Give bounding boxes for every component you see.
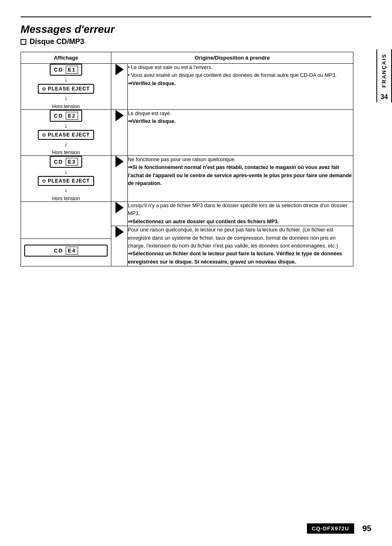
table-row: CD E3 ↓ ⊙ PLEASE EJECT ↓ Hors tension bbox=[21, 156, 353, 202]
desc-e2-action: ⇒Vérifiez le disque. bbox=[128, 118, 176, 124]
display-col-e2: CD E2 ↓ ⊙ PLEASE EJECT ↓ Hors tension bbox=[21, 110, 111, 156]
table-row: CD E4 Lorsqu'il n'y a pas de fichier MP3… bbox=[21, 202, 353, 226]
model-number: CQ-DFX972U bbox=[307, 523, 354, 534]
arrow-col-e1 bbox=[111, 64, 128, 110]
desc-e3-action: ⇒Si le fonctionnement normal n'est pas r… bbox=[128, 164, 352, 186]
display-col-e1: CD E1 ↓ ⊙ PLEASE EJECT ↓ Hors tension bbox=[21, 64, 111, 110]
display-unit-e3: CD E3 ↓ ⊙ PLEASE EJECT ↓ Hors tension bbox=[38, 156, 94, 201]
arrow-col-e4b bbox=[111, 226, 128, 266]
down-arrow: ↓ bbox=[65, 76, 68, 83]
arrow-col-e3 bbox=[111, 156, 128, 202]
cd-icon: ⊙ bbox=[42, 86, 46, 92]
please-eject-label: PLEASE EJECT bbox=[48, 86, 90, 92]
arrow-col-e2 bbox=[111, 110, 128, 156]
arrow-col-e4a bbox=[111, 202, 128, 226]
desc-e1-action: ⇒Vérifiez le disque. bbox=[128, 81, 176, 86]
down-arrow: ↓ bbox=[65, 169, 68, 175]
display-unit-e1: CD E1 ↓ ⊙ PLEASE EJECT ↓ Hors tension bbox=[38, 64, 94, 109]
arrow-triangle-e4a bbox=[115, 202, 124, 213]
please-eject-e2: ⊙ PLEASE EJECT bbox=[38, 130, 94, 140]
down-arrow: ↓ bbox=[65, 123, 68, 129]
cd-label: CD bbox=[54, 67, 63, 73]
please-eject-e1: ⊙ PLEASE EJECT bbox=[38, 84, 94, 94]
error-code-e4: E4 bbox=[66, 247, 78, 254]
please-eject-e3: ⊙ PLEASE EJECT bbox=[38, 176, 94, 186]
display-col-e3: CD E3 ↓ ⊙ PLEASE EJECT ↓ Hors tension bbox=[21, 156, 111, 202]
please-eject-label: PLEASE EJECT bbox=[48, 178, 90, 184]
hors-tension-e1: Hors tension bbox=[52, 104, 80, 109]
cd-label: CD bbox=[54, 248, 63, 254]
error-code-e1: E1 bbox=[66, 66, 78, 74]
page: Messages d'erreur Disque CD/MP3 Affichag… bbox=[0, 0, 392, 546]
top-line bbox=[21, 16, 371, 17]
display-unit-e2: CD E2 ↓ ⊙ PLEASE EJECT ↓ Hors tension bbox=[38, 110, 94, 155]
desc-col-e4a: Lorsqu'il n'y a pas de fichier MP3 dans … bbox=[128, 202, 353, 226]
desc-e4a-action: ⇒Sélectionnez un autre dossier qui conti… bbox=[128, 219, 279, 224]
arrow-triangle-e1 bbox=[115, 64, 124, 75]
down-arrow2: ↓ bbox=[65, 141, 68, 147]
right-sidebar: FRANÇAIS 34 bbox=[376, 49, 392, 102]
desc-e1-line2: • Vous avez inséré un disque qui contien… bbox=[128, 72, 337, 78]
please-eject-label: PLEASE EJECT bbox=[48, 132, 90, 138]
down-arrow2: ↓ bbox=[65, 95, 68, 101]
cd-label: CD bbox=[54, 113, 63, 119]
table-row: CD E1 ↓ ⊙ PLEASE EJECT ↓ Hors tension bbox=[21, 64, 353, 110]
screen-e1: CD E1 bbox=[50, 64, 82, 76]
section-title: Disque CD/MP3 bbox=[21, 37, 371, 46]
page-title: Messages d'erreur bbox=[21, 23, 371, 36]
error-code-e3: E3 bbox=[66, 158, 78, 166]
sidebar-text: FRANÇAIS bbox=[381, 51, 387, 90]
cd-label: CD bbox=[54, 159, 63, 165]
display-col-e4: CD E4 bbox=[21, 202, 111, 266]
section-subtitle: Disque CD/MP3 bbox=[30, 37, 84, 46]
table-row: CD E2 ↓ ⊙ PLEASE EJECT ↓ Hors tension bbox=[21, 110, 353, 156]
checkbox-icon bbox=[21, 39, 26, 45]
down-arrow2: ↓ bbox=[65, 187, 68, 193]
screen-e2: CD E2 bbox=[50, 110, 82, 122]
desc-col-e4b: Pour une raison quelconque, le lecteur n… bbox=[128, 226, 353, 266]
cd-icon: ⊙ bbox=[42, 132, 46, 138]
arrow-triangle-e3 bbox=[115, 156, 124, 167]
desc-e1-line1: • Le disque est sale ou est à l'envers. bbox=[128, 65, 212, 70]
screen-e4: CD E4 bbox=[24, 245, 108, 257]
e4-top-left bbox=[21, 206, 111, 239]
desc-col-e2: Le disque est rayé. ⇒Vérifiez le disque. bbox=[128, 110, 353, 156]
desc-e4a-line1: Lorsqu'il n'y a pas de fichier MP3 dans … bbox=[128, 203, 348, 216]
hors-tension-e3: Hors tension bbox=[52, 196, 80, 201]
page-number: 95 bbox=[362, 524, 371, 533]
arrow-triangle-e2 bbox=[115, 110, 124, 121]
cd-icon: ⊙ bbox=[42, 178, 46, 184]
screen-e3: CD E3 bbox=[50, 156, 82, 168]
e4-bottom-left: CD E4 bbox=[21, 239, 111, 262]
error-table: Affichage Origine/Disposition à prendre … bbox=[21, 52, 353, 266]
error-code-e2: E2 bbox=[66, 112, 78, 120]
desc-col-e1: • Le disque est sale ou est à l'envers. … bbox=[128, 64, 353, 110]
desc-e4b-line1: Pour une raison quelconque, le lecteur n… bbox=[128, 227, 338, 249]
col1-header: Affichage bbox=[21, 52, 111, 64]
hors-tension-e2: Hors tension bbox=[52, 150, 80, 155]
arrow-triangle-e4b bbox=[115, 226, 124, 238]
desc-e4b-action: ⇒Sélectionnez un fichier dont le lecteur… bbox=[128, 251, 342, 264]
desc-e2-line1: Le disque est rayé. bbox=[128, 111, 171, 116]
col2-header: Origine/Disposition à prendre bbox=[111, 52, 353, 64]
bottom-bar: CQ-DFX972U 95 bbox=[307, 523, 371, 534]
desc-col-e3: Ne fonctionne pas pour une raison quelco… bbox=[128, 156, 353, 202]
desc-e3-line1: Ne fonctionne pas pour une raison quelco… bbox=[128, 157, 236, 162]
sidebar-number: 34 bbox=[380, 93, 388, 101]
